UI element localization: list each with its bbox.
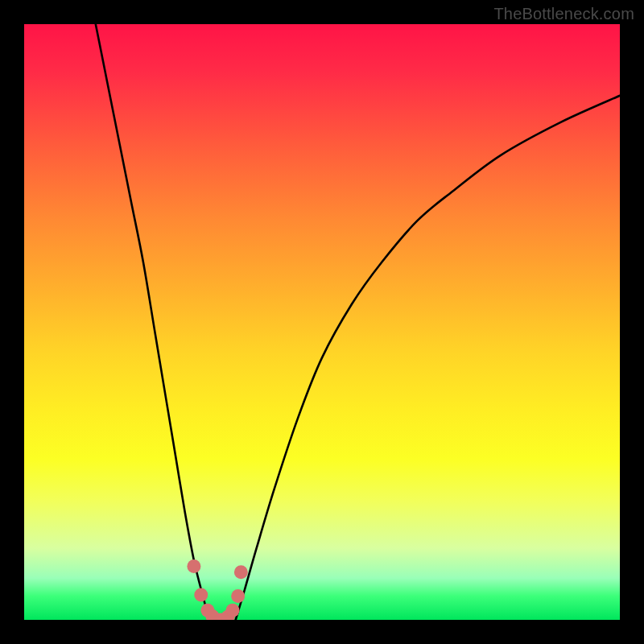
valley-dot xyxy=(194,588,208,601)
watermark-label: TheBottleneck.com xyxy=(493,5,634,23)
right-branch-curve xyxy=(236,96,620,620)
curve-overlay xyxy=(24,24,620,620)
valley-dot xyxy=(231,589,245,603)
chart-frame: TheBottleneck.com xyxy=(0,0,644,644)
plot-area xyxy=(24,24,620,620)
valley-dot xyxy=(234,565,248,579)
valley-dot xyxy=(187,559,200,573)
left-branch-curve xyxy=(96,24,209,620)
valley-dot xyxy=(226,604,240,617)
